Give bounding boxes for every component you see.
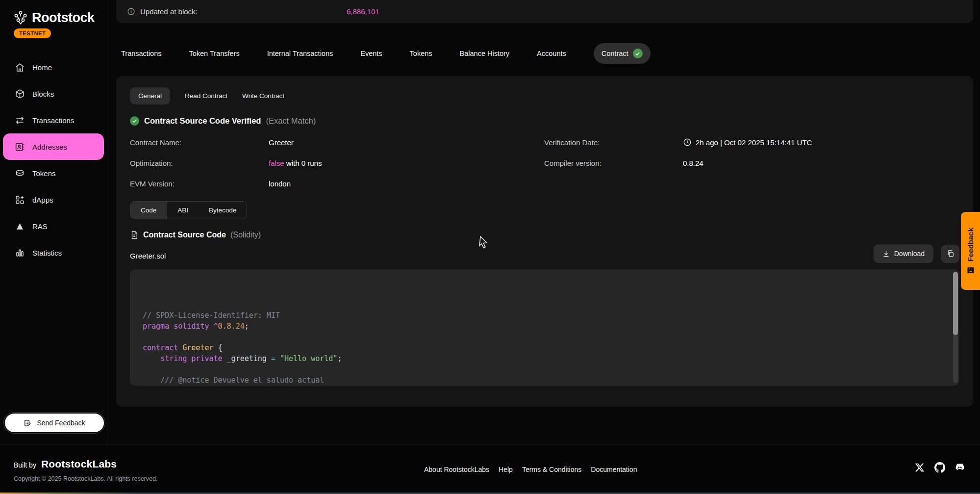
download-icon (882, 250, 890, 258)
detail-row: Contract Name:Greeter (130, 132, 544, 153)
sidebar-item-addresses[interactable]: Addresses (3, 133, 104, 160)
tab-label: Token Transfers (189, 50, 239, 57)
brand-logo[interactable]: Rootstock (0, 0, 107, 26)
detail-value: london (269, 180, 291, 188)
footer-link-about-rootstocklabs[interactable]: About RootstockLabs (424, 466, 489, 473)
download-button[interactable]: Download (874, 244, 933, 263)
source-code-viewer[interactable]: // SPDX-License-Identifier: MITpragma so… (130, 269, 959, 386)
detail-value: 0.8.24 (683, 159, 704, 167)
code-line (143, 364, 947, 375)
source-language: (Solidity) (230, 231, 261, 239)
send-feedback-button[interactable]: Send Feedback (5, 414, 104, 432)
x-icon[interactable] (914, 462, 925, 473)
tab-internal-transactions[interactable]: Internal Transactions (267, 50, 333, 57)
block-number-link[interactable]: 6,886,101 (347, 7, 379, 16)
sidebar-nav: HomeBlocksTransactionsAddressesTokensdAp… (0, 54, 107, 266)
tab-label: Balance History (460, 50, 510, 57)
code-line (143, 332, 947, 342)
contract-panel: GeneralRead ContractWrite Contract Contr… (116, 76, 973, 407)
source-heading: Contract Source Code (Solidity) (130, 231, 959, 239)
bar-chart-icon (15, 248, 25, 258)
triangle-icon (15, 221, 25, 232)
source-filename: Greeter.sol (130, 252, 166, 263)
sidebar-item-tokens[interactable]: Tokens (0, 160, 107, 186)
code-view-switch: CodeABIBytecode (130, 201, 247, 219)
rootstock-explorer-page: Rootstock TESTNET HomeBlocksTransactions… (0, 0, 980, 494)
rootstock-logo-icon (13, 10, 28, 26)
detail-value: Greeter (269, 138, 294, 147)
subtab-write-contract[interactable]: Write Contract (242, 87, 284, 104)
code-line: /// @notice Devuelve el saludo actual (143, 375, 947, 386)
cube-icon (15, 89, 25, 99)
sidebar: Rootstock TESTNET HomeBlocksTransactions… (0, 0, 107, 444)
tab-balance-history[interactable]: Balance History (460, 50, 510, 57)
sidebar-item-label: RAS (32, 222, 48, 231)
detail-row: EVM Version:london (130, 173, 544, 194)
sidebar-item-label: Addresses (32, 143, 67, 151)
social-links (914, 462, 965, 473)
detail-row: Compiler version:0.8.24 (544, 153, 959, 173)
tab-contract[interactable]: Contract (594, 43, 651, 64)
tab-accounts[interactable]: Accounts (537, 50, 566, 57)
sidebar-item-label: Statistics (32, 249, 62, 257)
tab-tokens[interactable]: Tokens (410, 50, 432, 57)
tab-events[interactable]: Events (360, 50, 382, 57)
tab-transactions[interactable]: Transactions (121, 50, 161, 57)
subtab-general[interactable]: General (130, 87, 170, 104)
brand-name: Rootstock (32, 10, 95, 26)
sidebar-item-transactions[interactable]: Transactions (0, 107, 107, 133)
code-tab-abi[interactable]: ABI (167, 202, 199, 219)
code-line: contract Greeter { (143, 342, 947, 353)
feedback-side-tab[interactable]: Feedback (961, 212, 980, 290)
sidebar-item-label: Tokens (32, 169, 56, 178)
info-icon (127, 7, 135, 16)
verified-check-icon (633, 49, 643, 58)
copy-icon (947, 250, 955, 258)
code-tab-bytecode[interactable]: Bytecode (199, 202, 247, 219)
tab-label: Accounts (537, 50, 566, 57)
copy-code-button[interactable] (941, 245, 959, 263)
footer-link-terms-conditions[interactable]: Terms & Conditions (522, 466, 581, 473)
sidebar-item-ras[interactable]: RAS (0, 213, 107, 239)
footer-links: About RootstockLabsHelpTerms & Condition… (424, 466, 637, 473)
updated-block-label: Updated at block: (140, 7, 198, 16)
tab-label: Tokens (410, 50, 432, 57)
main-content: Updated at block: 6,886,101 Transactions… (107, 0, 980, 444)
detail-label: Optimization: (130, 159, 269, 167)
sidebar-item-statistics[interactable]: Statistics (0, 239, 107, 266)
swap-arrows-icon (15, 115, 25, 126)
detail-label: Compiler version: (544, 159, 683, 167)
detail-value: false with 0 runs (269, 159, 322, 167)
sidebar-item-home[interactable]: Home (0, 54, 107, 80)
tab-token-transfers[interactable]: Token Transfers (189, 50, 239, 57)
contact-card-icon (15, 142, 25, 152)
sidebar-item-label: Home (32, 63, 52, 72)
discord-icon[interactable] (955, 462, 965, 473)
verified-match-type: (Exact Match) (266, 116, 316, 126)
code-line: pragma solidity ^0.8.24; (143, 321, 947, 332)
download-label: Download (894, 250, 925, 258)
sidebar-item-dapps[interactable]: dApps (0, 186, 107, 213)
code-scrollbar-thumb[interactable] (953, 272, 958, 335)
detail-label: Verification Date: (544, 138, 683, 147)
document-icon (130, 231, 139, 239)
edit-note-icon (24, 419, 32, 427)
address-tabs: TransactionsToken TransfersInternal Tran… (121, 43, 651, 64)
footer-link-documentation[interactable]: Documentation (591, 466, 637, 473)
feedback-tab-label: Feedback (966, 228, 975, 261)
source-title: Contract Source Code (143, 231, 226, 239)
code-scrollbar[interactable] (953, 272, 958, 383)
copyright-text: Copyright © 2025 RootstockLabs. All righ… (14, 475, 157, 482)
send-feedback-label: Send Feedback (37, 419, 85, 427)
code-line: string private _greeting = "Hello world"… (143, 353, 947, 364)
sidebar-item-blocks[interactable]: Blocks (0, 80, 107, 107)
footer-link-help[interactable]: Help (499, 466, 513, 473)
subtab-read-contract[interactable]: Read Contract (185, 87, 227, 104)
sidebar-item-label: dApps (32, 196, 53, 204)
code-tab-code[interactable]: Code (130, 202, 167, 219)
rootstocklabs-wordmark[interactable]: RootstockLabs (41, 458, 117, 470)
clock-icon (683, 138, 692, 147)
github-icon[interactable] (934, 462, 945, 473)
built-by-label: Built by (14, 461, 36, 469)
tab-label: Transactions (121, 50, 161, 57)
